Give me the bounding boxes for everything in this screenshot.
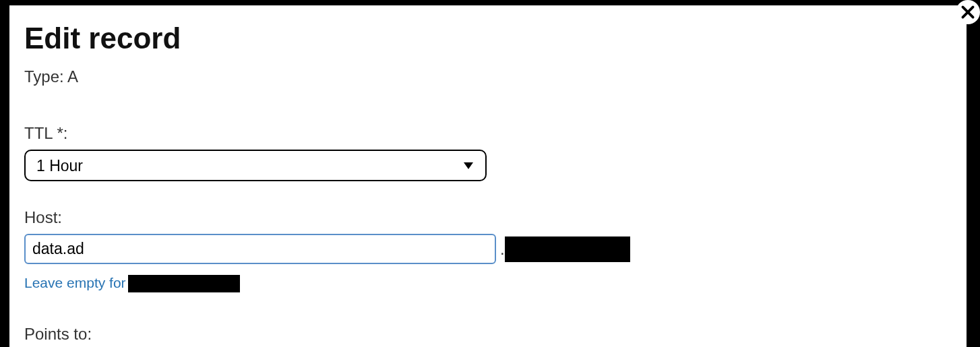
- record-type-row: Type: A: [24, 67, 952, 86]
- close-icon: [959, 3, 977, 21]
- ttl-field-group: TTL *: 1 Hour: [24, 124, 952, 181]
- host-input-row: .: [24, 234, 952, 264]
- host-label: Host:: [24, 208, 952, 227]
- redacted-domain: [505, 236, 630, 262]
- type-value: A: [67, 67, 78, 86]
- domain-dot: .: [500, 240, 505, 259]
- redacted-helper: [128, 275, 240, 292]
- host-field-group: Host: . Leave empty for: [24, 208, 952, 292]
- modal-title: Edit record: [24, 22, 952, 55]
- domain-suffix: .: [500, 236, 630, 262]
- type-label: Type:: [24, 67, 64, 86]
- ttl-select[interactable]: 1 Hour: [24, 150, 487, 181]
- host-helper-text: Leave empty for: [24, 275, 952, 292]
- points-to-label: Points to:: [24, 325, 952, 344]
- close-button[interactable]: [956, 0, 980, 24]
- ttl-label: TTL *:: [24, 124, 952, 143]
- ttl-select-wrapper: 1 Hour: [24, 150, 487, 181]
- helper-prefix: Leave empty for: [24, 275, 129, 290]
- edit-record-modal: Edit record Type: A TTL *: 1 Hour Host: …: [9, 5, 967, 347]
- host-input[interactable]: [24, 234, 496, 264]
